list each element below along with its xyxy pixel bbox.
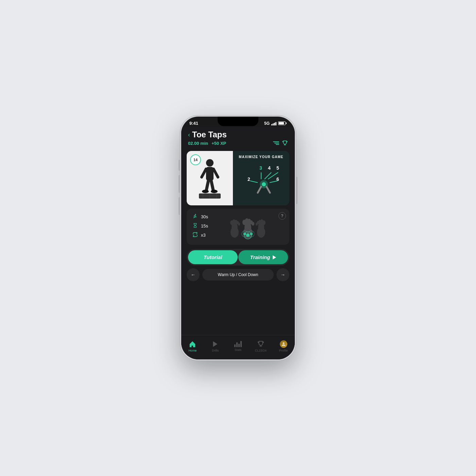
tab-home-label: Home xyxy=(188,349,197,352)
hourglass-icon xyxy=(192,223,198,229)
svg-point-44 xyxy=(246,234,250,237)
repeat-icon xyxy=(192,232,198,238)
person-silhouette xyxy=(196,156,223,200)
exercise-card: 30s 15s xyxy=(187,209,289,245)
action-buttons: Tutorial Training xyxy=(187,249,289,266)
signal-icon xyxy=(271,121,276,125)
exercise-stats: 30s 15s xyxy=(192,214,208,240)
svg-line-26 xyxy=(267,187,270,193)
duration-stat: 30s xyxy=(192,214,208,220)
back-title-row: ‹ Toe Taps xyxy=(188,130,288,139)
nav-row: ← Warm Up / Cool Down → xyxy=(187,268,289,281)
back-button[interactable]: ‹ xyxy=(188,131,190,138)
video-timer: 14 xyxy=(190,154,201,165)
subtitle-left: 02.00 min +50 XP xyxy=(188,141,226,146)
svg-point-7 xyxy=(211,190,218,193)
tab-stats-label: Stats xyxy=(235,348,242,352)
header: ‹ Toe Taps 02.00 min +50 XP xyxy=(181,127,295,148)
svg-line-2 xyxy=(202,169,206,177)
xp-text: +50 XP xyxy=(211,141,226,146)
phone-screen: 9:41 5G xyxy=(181,117,295,359)
network-label: 5G xyxy=(264,121,270,126)
tab-profile[interactable]: Profile xyxy=(275,340,292,352)
training-button[interactable]: Training xyxy=(238,250,288,264)
rest-stat: 15s xyxy=(192,223,208,229)
warm-up-button[interactable]: Warm Up / Cool Down xyxy=(202,269,274,280)
screen-content: ‹ Toe Taps 02.00 min +50 XP xyxy=(181,127,295,335)
tab-home[interactable]: Home xyxy=(184,340,201,352)
prev-button[interactable]: ← xyxy=(187,268,200,281)
mute-button[interactable] xyxy=(178,160,180,171)
run-icon xyxy=(192,214,198,220)
page-title: Toe Taps xyxy=(192,130,227,139)
feet-display xyxy=(212,214,284,240)
tab-drills-label: Drills xyxy=(212,349,219,352)
svg-line-3 xyxy=(214,169,218,177)
svg-point-24 xyxy=(262,182,266,186)
status-icons: 5G xyxy=(264,121,287,126)
center-foot-icon xyxy=(241,214,254,240)
tab-bar: Home Drills Stats xyxy=(181,335,295,359)
subtitle-icons xyxy=(273,140,288,146)
left-foot-icon xyxy=(229,215,240,238)
tab-profile-label: Profile xyxy=(279,349,288,352)
svg-text:3: 3 xyxy=(259,165,262,171)
svg-point-56 xyxy=(283,342,284,344)
sets-stat: x3 xyxy=(192,232,208,238)
avatar-icon xyxy=(280,340,287,348)
video-right-panel: MAXIMIZE YOUR GAME 3 4 5 2 6 xyxy=(233,151,289,205)
svg-point-6 xyxy=(202,190,209,193)
time-display: 9:41 xyxy=(189,121,198,126)
home-icon xyxy=(189,340,196,348)
svg-marker-55 xyxy=(213,341,218,347)
svg-line-5 xyxy=(211,181,213,190)
drills-icon xyxy=(211,340,219,348)
svg-point-46 xyxy=(250,233,253,235)
trophy-icon xyxy=(282,140,288,146)
volume-down-button[interactable] xyxy=(178,197,180,215)
cl-trophy-icon xyxy=(257,340,265,348)
video-section: 14 xyxy=(187,151,289,205)
svg-text:4: 4 xyxy=(268,165,271,171)
play-icon xyxy=(273,255,276,259)
diagram-svg: 3 4 5 2 6 xyxy=(237,162,285,200)
svg-line-21 xyxy=(250,181,258,183)
svg-line-4 xyxy=(206,181,208,190)
sets-value: x3 xyxy=(201,233,206,238)
svg-text:5: 5 xyxy=(276,165,279,171)
svg-line-25 xyxy=(258,187,261,193)
rest-value: 15s xyxy=(201,223,208,228)
svg-text:2: 2 xyxy=(248,176,250,182)
battery-icon xyxy=(278,121,287,125)
video-title-text: MAXIMIZE YOUR GAME xyxy=(233,155,289,159)
tab-stats[interactable]: Stats xyxy=(230,341,247,352)
power-button[interactable] xyxy=(296,177,298,204)
tutorial-button[interactable]: Tutorial xyxy=(188,250,238,264)
video-left-panel: 14 xyxy=(187,151,233,205)
phone-frame: 9:41 5G xyxy=(180,116,296,360)
svg-point-0 xyxy=(206,159,214,167)
volume-up-button[interactable] xyxy=(178,175,180,193)
training-label: Training xyxy=(250,254,270,260)
tab-drills[interactable]: Drills xyxy=(207,340,224,352)
stats-bars-icon xyxy=(234,341,242,347)
subtitle-row: 02.00 min +50 XP xyxy=(188,140,288,146)
duration-text: 02.00 min xyxy=(188,141,208,146)
tab-cl-label: CL23/24 xyxy=(255,349,267,352)
svg-line-19 xyxy=(265,172,271,179)
svg-point-34 xyxy=(238,223,240,226)
right-foot-icon xyxy=(256,215,267,238)
speed-lines-icon xyxy=(273,141,279,145)
duration-value: 30s xyxy=(201,214,208,219)
help-button[interactable]: ? xyxy=(278,212,286,220)
svg-point-41 xyxy=(252,222,254,226)
status-bar: 9:41 5G xyxy=(181,117,295,127)
next-button[interactable]: → xyxy=(276,268,289,281)
tab-cl[interactable]: CL23/24 xyxy=(252,340,269,352)
